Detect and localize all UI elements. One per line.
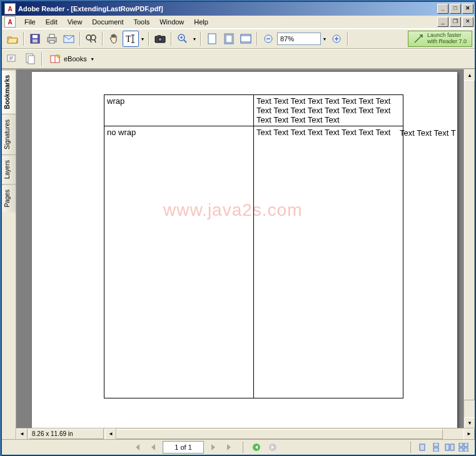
- menu-edit[interactable]: Edit: [41, 17, 63, 27]
- zoom-in-button[interactable]: [175, 31, 191, 47]
- save-button[interactable]: [27, 31, 43, 47]
- single-page-button[interactable]: [416, 442, 428, 453]
- svg-rect-34: [464, 443, 468, 447]
- mdi-restore-button[interactable]: ❐: [450, 17, 461, 27]
- horizontal-scroll-track[interactable]: [116, 429, 463, 439]
- page-navigation: [4, 441, 405, 453]
- scroll-up-button[interactable]: ▲: [464, 69, 475, 81]
- menu-window[interactable]: Window: [154, 17, 189, 27]
- scroll-left-button[interactable]: ◄: [16, 428, 28, 440]
- menu-help[interactable]: Help: [189, 17, 213, 27]
- svg-point-27: [269, 443, 276, 451]
- svg-point-21: [333, 35, 340, 43]
- email-button[interactable]: [61, 31, 77, 47]
- review-button[interactable]: [4, 51, 21, 67]
- close-button[interactable]: ✕: [462, 4, 473, 14]
- menu-document[interactable]: Document: [87, 17, 128, 27]
- toolbar-separator: [79, 32, 81, 46]
- svg-rect-24: [28, 56, 34, 64]
- titlebar[interactable]: A Adobe Reader - [ExtendingLastRowPDF.pd…: [2, 2, 475, 16]
- snapshot-button[interactable]: [152, 31, 168, 47]
- menu-file[interactable]: File: [19, 17, 41, 27]
- text-select-button[interactable]: T: [123, 31, 139, 47]
- main-toolbar: T ▼ ▼ ▼ Launch faster with Reader 7.0: [2, 29, 475, 49]
- navigation-pane: Bookmarks Signatures Layers Pages: [2, 69, 16, 439]
- minimize-button[interactable]: _: [437, 4, 448, 14]
- window-buttons: _ □ ✕: [436, 4, 473, 14]
- app-name: Adobe Reader: [18, 5, 65, 13]
- prev-view-button[interactable]: [250, 441, 263, 453]
- actual-size-button[interactable]: [204, 31, 220, 47]
- scroll-right-button[interactable]: ►: [463, 428, 475, 440]
- ebooks-label: eBooks: [64, 55, 87, 63]
- svg-point-8: [91, 35, 96, 40]
- fit-page-button[interactable]: [221, 31, 237, 47]
- next-view-button[interactable]: [266, 441, 280, 453]
- reader-promo-icon: [413, 34, 423, 44]
- pdf-table: wrap Text Text Text Text Text Text Text …: [104, 94, 403, 398]
- continuous-button[interactable]: [430, 442, 442, 453]
- cell-nowrap-label: no wrap: [104, 126, 254, 398]
- signatures-tab[interactable]: Signatures: [2, 114, 16, 155]
- cell-wrap-text: Text Text Text Text Text Text Text Text …: [254, 95, 403, 126]
- prev-page-button[interactable]: [146, 441, 160, 453]
- zoom-percentage-input[interactable]: [277, 33, 321, 45]
- svg-rect-15: [208, 34, 216, 44]
- svg-rect-30: [433, 448, 438, 452]
- mdi-close-button[interactable]: ✕: [462, 17, 473, 27]
- vertical-scroll-thumb[interactable]: [464, 80, 475, 400]
- svg-rect-36: [464, 448, 468, 452]
- select-tool-dropdown[interactable]: ▼: [139, 31, 146, 46]
- mdi-minimize-button[interactable]: _: [437, 17, 448, 27]
- open-button[interactable]: [4, 31, 21, 47]
- page-number-input[interactable]: [163, 441, 204, 453]
- mdi-doc-icon[interactable]: A: [4, 16, 16, 28]
- facing-button[interactable]: [443, 442, 456, 453]
- bookmarks-tab[interactable]: Bookmarks: [2, 69, 16, 114]
- scroll-down-button[interactable]: ▼: [464, 417, 475, 428]
- toolbar-separator: [23, 32, 24, 46]
- search-button[interactable]: [83, 31, 99, 47]
- fit-width-button[interactable]: [238, 31, 254, 47]
- svg-rect-2: [33, 39, 38, 43]
- ebooks-button[interactable]: eBooks ▼: [46, 51, 100, 66]
- next-page-button[interactable]: [206, 441, 220, 453]
- svg-rect-28: [420, 444, 425, 450]
- scroll-left2-button[interactable]: ◄: [105, 428, 116, 440]
- pages-tab[interactable]: Pages: [2, 184, 16, 212]
- zoom-dropdown[interactable]: ▼: [191, 31, 198, 46]
- vertical-scrollbar[interactable]: ▲ ▼: [463, 69, 475, 428]
- pdf-page: www.java2s.com wrap Text Text Text Text …: [32, 72, 457, 432]
- table-row: wrap Text Text Text Text Text Text Text …: [104, 95, 403, 126]
- svg-rect-10: [133, 35, 133, 43]
- toolbar-separator: [171, 32, 172, 46]
- menu-view[interactable]: View: [63, 17, 88, 27]
- document-button[interactable]: [22, 51, 38, 67]
- svg-rect-17: [226, 35, 232, 43]
- svg-rect-0: [31, 34, 39, 43]
- menu-tools[interactable]: Tools: [129, 17, 155, 27]
- app-window: A Adobe Reader - [ExtendingLastRowPDF.pd…: [1, 1, 475, 455]
- maximize-button[interactable]: □: [450, 4, 461, 14]
- print-button[interactable]: [44, 31, 60, 47]
- reader-promo-button[interactable]: Launch faster with Reader 7.0: [408, 31, 472, 47]
- toolbar-separator: [148, 32, 149, 46]
- mdi-window-buttons: _ ❐ ✕: [436, 17, 473, 27]
- status-separator: [243, 442, 243, 453]
- svg-text:T: T: [126, 34, 131, 44]
- cell-nowrap-text: Text Text Text Text Text Text Text Text: [254, 126, 403, 398]
- svg-rect-3: [48, 38, 56, 42]
- horizontal-scroll-thumb[interactable]: [116, 429, 443, 439]
- last-page-button[interactable]: [223, 441, 236, 453]
- svg-point-20: [265, 35, 272, 43]
- menubar: A File Edit View Document Tools Window H…: [2, 16, 475, 29]
- zoom-in-small-button[interactable]: [328, 31, 345, 47]
- zoom-pct-dropdown[interactable]: ▼: [322, 31, 328, 46]
- first-page-button[interactable]: [130, 441, 144, 453]
- zoom-out-button[interactable]: [260, 31, 276, 47]
- document-viewport[interactable]: www.java2s.com wrap Text Text Text Text …: [16, 69, 475, 439]
- hand-tool-button[interactable]: [106, 31, 122, 47]
- continuous-facing-button[interactable]: [457, 442, 470, 453]
- layers-tab[interactable]: Layers: [2, 155, 16, 184]
- svg-rect-29: [433, 443, 438, 447]
